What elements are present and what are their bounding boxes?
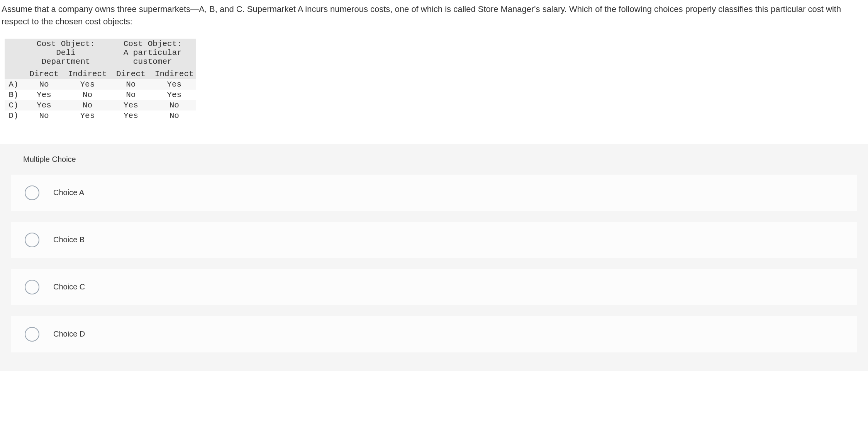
table-cell: Yes [153, 79, 196, 90]
choice-label: Choice D [53, 330, 85, 338]
table-row: B) Yes No No Yes [5, 90, 196, 100]
table-cell: Yes [66, 79, 109, 90]
table-cell: No [22, 111, 66, 121]
table-row: C) Yes No Yes No [5, 100, 196, 111]
table-cell: No [66, 100, 109, 111]
subheader-direct-1: Direct [22, 69, 66, 79]
question-text: Assume that a company owns three superma… [0, 3, 868, 39]
table-cell: No [109, 79, 153, 90]
radio-icon [25, 280, 39, 294]
table-row: A) No Yes No Yes [5, 79, 196, 90]
table-corner [5, 39, 22, 69]
choice-label: Choice B [53, 235, 85, 244]
group-header-customer: Cost Object: A particular customer [109, 39, 196, 69]
table-cell: Yes [153, 90, 196, 100]
subheader-indirect-2: Indirect [153, 69, 196, 79]
classification-table: Cost Object: Deli Department Cost Object… [5, 39, 196, 121]
mc-header: Multiple Choice [0, 144, 868, 175]
table-cell: Yes [22, 100, 66, 111]
table-cell: No [66, 90, 109, 100]
table-cell: No [153, 111, 196, 121]
table-cell: No [153, 100, 196, 111]
table-cell: Yes [109, 100, 153, 111]
subheader-blank [5, 69, 22, 79]
table-cell: No [22, 79, 66, 90]
table-cell: Yes [22, 90, 66, 100]
subheader-direct-2: Direct [109, 69, 153, 79]
row-label: B) [5, 90, 22, 100]
group-header-deli: Cost Object: Deli Department [22, 39, 109, 69]
table-cell: No [109, 90, 153, 100]
table-cell: Yes [109, 111, 153, 121]
row-label: D) [5, 111, 22, 121]
choice-label: Choice A [53, 188, 84, 197]
table-cell: Yes [66, 111, 109, 121]
row-label: A) [5, 79, 22, 90]
multiple-choice-container: Multiple Choice Choice A Choice B Choice… [0, 144, 868, 371]
choice-a[interactable]: Choice A [11, 175, 857, 211]
choice-c[interactable]: Choice C [11, 269, 857, 305]
row-label: C) [5, 100, 22, 111]
choice-label: Choice C [53, 282, 85, 291]
radio-icon [25, 233, 39, 247]
data-table-wrapper: Cost Object: Deli Department Cost Object… [0, 39, 868, 121]
table-row: D) No Yes Yes No [5, 111, 196, 121]
subheader-indirect-1: Indirect [66, 69, 109, 79]
choice-b[interactable]: Choice B [11, 222, 857, 258]
radio-icon [25, 327, 39, 342]
choice-d[interactable]: Choice D [11, 316, 857, 352]
radio-icon [25, 185, 39, 200]
